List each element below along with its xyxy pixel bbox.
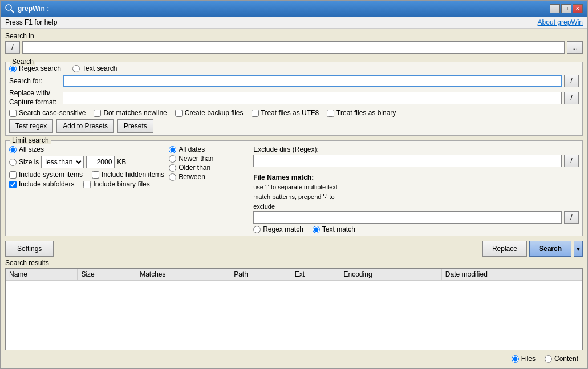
treat-utf8-label: Treat files as UTF8 (261, 109, 319, 117)
size-is-radio[interactable] (9, 159, 17, 166)
treat-utf8-checkbox[interactable] (252, 110, 259, 117)
include-system-checkbox[interactable] (9, 171, 17, 179)
minimize-button[interactable]: ─ (550, 4, 560, 13)
dot-newline-checkbox[interactable] (94, 110, 101, 117)
older-than-option[interactable]: Older than (169, 164, 249, 172)
regex-match-option[interactable]: Regex match (253, 225, 303, 233)
window-title: grepWin : (18, 5, 49, 13)
about-link[interactable]: About grepWin (538, 18, 583, 26)
between-option[interactable]: Between (169, 173, 249, 181)
text-match-radio[interactable] (313, 226, 320, 233)
text-search-option[interactable]: Text search (72, 64, 117, 72)
presets-button[interactable]: Presets (117, 119, 153, 133)
all-sizes-option[interactable]: All sizes (9, 145, 44, 153)
checkbox-row-1: Include system items Include hidden item… (9, 171, 164, 179)
col-path: Path (230, 269, 291, 281)
col-size: Size (78, 269, 136, 281)
treat-binary-option[interactable]: Treat files as binary (327, 109, 396, 117)
newer-than-radio[interactable] (169, 155, 176, 163)
include-binary-option[interactable]: Include binary files (83, 180, 149, 188)
newer-than-option[interactable]: Newer than (169, 155, 249, 163)
search-buttons-row: Test regex Add to Presets Presets (9, 119, 579, 133)
results-table-header: Name Size Matches Path Ext Encoding Date… (6, 269, 582, 281)
regex-match-radio[interactable] (253, 226, 261, 233)
limit-center-panel: All dates Newer than Older than Between (169, 145, 249, 233)
search-for-input[interactable] (63, 75, 562, 87)
help-text: Press F1 for help (5, 18, 57, 26)
results-table: Name Size Matches Path Ext Encoding Date… (6, 269, 582, 281)
close-button[interactable]: ✕ (573, 4, 583, 13)
file-names-input[interactable] (253, 211, 562, 224)
replace-input[interactable] (63, 92, 562, 104)
text-match-label: Text match (322, 225, 355, 233)
limit-search-group: Limit search All sizes Size is (5, 140, 583, 236)
include-hidden-option[interactable]: Include hidden items (92, 171, 164, 179)
exclude-dirs-input[interactable] (253, 155, 562, 167)
between-radio[interactable] (169, 173, 176, 181)
regex-search-option[interactable]: Regex search (9, 64, 61, 72)
content-radio[interactable] (545, 355, 552, 363)
all-sizes-label: All sizes (19, 145, 44, 153)
include-subfolders-checkbox[interactable] (9, 181, 17, 188)
search-in-slash-button[interactable]: / (5, 41, 20, 54)
replace-row: Replace with/ Capture format: / (9, 89, 579, 107)
older-than-radio[interactable] (169, 164, 176, 172)
maximize-button[interactable]: □ (561, 4, 571, 13)
include-hidden-checkbox[interactable] (92, 171, 99, 179)
size-is-option[interactable]: Size is (9, 158, 39, 166)
file-names-description: File Names match: use '|' to separate mu… (253, 173, 579, 211)
include-hidden-label: Include hidden items (102, 171, 164, 179)
files-radio[interactable] (512, 355, 519, 363)
regex-search-radio[interactable] (9, 65, 17, 72)
create-backup-option[interactable]: Create backup files (175, 109, 244, 117)
all-sizes-radio[interactable] (9, 146, 17, 153)
include-subfolders-option[interactable]: Include subfolders (9, 180, 74, 188)
search-button[interactable]: Search (529, 241, 571, 257)
results-table-wrapper[interactable]: Name Size Matches Path Ext Encoding Date… (5, 268, 583, 350)
content-label: Content (554, 355, 578, 363)
text-match-option[interactable]: Text match (313, 225, 355, 233)
search-for-label: Search for: (9, 77, 60, 85)
col-name: Name (6, 269, 78, 281)
dot-newline-label: Dot matches newline (103, 109, 167, 117)
text-search-radio[interactable] (72, 65, 80, 72)
case-sensitive-checkbox[interactable] (9, 110, 17, 117)
search-regex-button[interactable]: / (564, 75, 579, 87)
search-in-input[interactable] (22, 41, 565, 54)
files-option[interactable]: Files (512, 355, 536, 363)
files-label: Files (521, 355, 536, 363)
help-bar: Press F1 for help About grepWin (1, 17, 587, 29)
search-results-section: Search results Name Size Matches Path Ex… (5, 259, 583, 350)
create-backup-checkbox[interactable] (175, 110, 183, 117)
case-sensitive-option[interactable]: Search case-sensitive (9, 109, 86, 117)
search-type-row: Regex search Text search (9, 64, 579, 72)
regex-match-label: Regex match (263, 225, 303, 233)
options-row: Search case-sensitive Dot matches newlin… (9, 109, 579, 117)
test-regex-button[interactable]: Test regex (9, 119, 53, 133)
add-to-presets-button[interactable]: Add to Presets (56, 119, 114, 133)
replace-regex-button[interactable]: / (564, 92, 579, 104)
exclude-dirs-label: Exclude dirs (Regex): (253, 145, 579, 153)
file-names-match-label: File Names match: (253, 173, 314, 181)
search-in-browse-button[interactable]: ... (567, 41, 583, 54)
file-names-section: File Names match: use '|' to separate mu… (253, 173, 579, 233)
treat-utf8-option[interactable]: Treat files as UTF8 (252, 109, 319, 117)
include-binary-checkbox[interactable] (83, 181, 91, 188)
size-comparison-select[interactable]: less than (41, 156, 84, 168)
all-dates-option[interactable]: All dates (169, 145, 249, 153)
treat-binary-checkbox[interactable] (327, 110, 334, 117)
content-option[interactable]: Content (545, 355, 578, 363)
search-results-label: Search results (5, 259, 583, 267)
dot-newline-option[interactable]: Dot matches newline (94, 109, 167, 117)
exclude-dirs-slash-button[interactable]: / (564, 155, 579, 167)
include-system-option[interactable]: Include system items (9, 171, 83, 179)
file-names-slash-button[interactable]: / (564, 211, 579, 224)
replace-button[interactable]: Replace (482, 241, 527, 257)
main-content: Search in / ... Search Regex search Text… (1, 29, 587, 368)
settings-search-row: Settings Replace Search ▼ (5, 241, 583, 257)
size-value-input[interactable] (86, 156, 115, 168)
all-dates-radio[interactable] (169, 146, 176, 153)
settings-button[interactable]: Settings (5, 241, 54, 257)
search-dropdown-button[interactable]: ▼ (574, 241, 583, 257)
size-unit-label: KB (117, 158, 126, 166)
